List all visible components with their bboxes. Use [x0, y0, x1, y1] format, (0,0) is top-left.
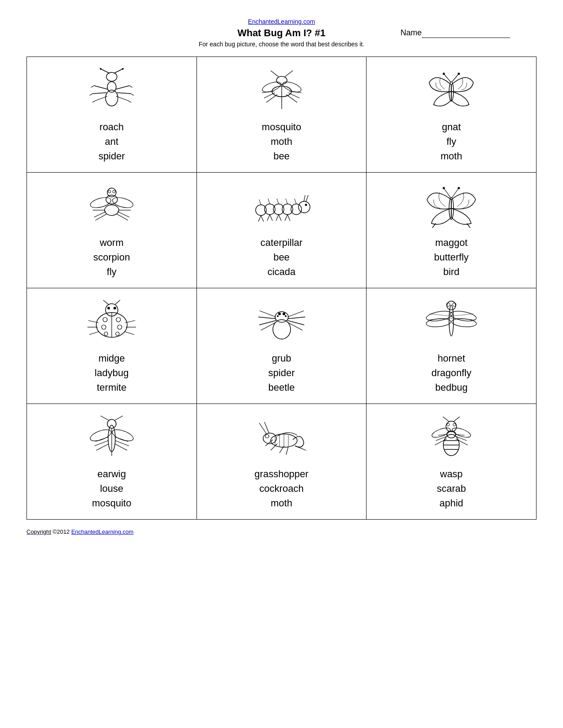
svg-line-287 — [451, 314, 473, 316]
choice-option: moth — [254, 496, 308, 510]
svg-point-308 — [265, 434, 269, 438]
choice-option: gnat — [441, 120, 462, 134]
svg-line-274 — [287, 317, 305, 319]
site-link[interactable]: EnchantedLearning.com — [248, 18, 315, 25]
grid-cell-0-2: gnatflymoth — [367, 57, 536, 172]
choice-option: ladybug — [94, 366, 128, 380]
bug-image-caterpillar — [251, 181, 313, 230]
svg-point-248 — [104, 332, 108, 336]
bug-image-spider — [251, 297, 313, 346]
svg-point-208 — [113, 190, 115, 193]
grid-cell-2-1: grubspiderbeetle — [197, 288, 367, 404]
svg-line-232 — [285, 215, 287, 221]
bug-image-mosquito2 — [81, 413, 143, 461]
svg-line-178 — [117, 93, 131, 94]
svg-line-324 — [443, 417, 449, 422]
svg-line-255 — [103, 300, 109, 305]
name-line[interactable] — [422, 28, 510, 38]
svg-line-182 — [92, 101, 95, 102]
choices-0-1: mosquitomothbee — [262, 120, 301, 163]
svg-line-270 — [258, 317, 276, 319]
svg-point-323 — [453, 423, 456, 426]
svg-point-207 — [108, 190, 111, 193]
svg-line-183 — [129, 86, 132, 87]
choice-option: ant — [98, 134, 125, 149]
svg-line-184 — [131, 94, 134, 95]
svg-line-275 — [287, 321, 304, 325]
svg-point-254 — [113, 307, 116, 309]
svg-line-313 — [295, 446, 306, 450]
grid-row-1: wormscorpionfly caterpillarbeecicada mag… — [27, 173, 536, 288]
svg-line-285 — [429, 314, 451, 316]
choice-option: cicada — [261, 264, 302, 279]
svg-line-276 — [287, 322, 302, 330]
svg-line-241 — [452, 188, 459, 197]
svg-line-235 — [268, 199, 270, 204]
svg-line-329 — [435, 439, 447, 445]
svg-point-290 — [107, 419, 116, 428]
svg-line-175 — [93, 93, 106, 94]
bug-image-mosquito — [251, 66, 313, 114]
svg-line-200 — [444, 74, 450, 82]
choices-1-0: wormscorpionfly — [93, 235, 130, 279]
svg-line-271 — [259, 321, 276, 325]
svg-line-211 — [94, 211, 106, 217]
svg-line-330 — [455, 436, 467, 441]
svg-line-332 — [438, 434, 448, 435]
choices-0-2: gnatflymoth — [441, 120, 462, 163]
choices-2-2: hornetdragonflybedbug — [431, 351, 472, 395]
svg-point-223 — [305, 204, 307, 206]
svg-line-328 — [436, 436, 447, 441]
choice-option: bee — [261, 250, 302, 264]
grid-cell-3-1: grasshoppercockroachmoth — [197, 404, 367, 519]
svg-line-190 — [285, 71, 293, 77]
grid-cell-1-2: maggotbutterflybird — [367, 173, 536, 288]
svg-point-242 — [443, 187, 445, 189]
svg-line-315 — [286, 446, 288, 455]
svg-line-236 — [277, 199, 279, 204]
choice-option: maggot — [434, 235, 469, 250]
grid-row-0: roachantspider mosquitomothbee gnatflymo… — [27, 57, 536, 173]
svg-line-228 — [267, 215, 270, 221]
bug-image-butterfly — [420, 66, 482, 114]
svg-point-187 — [276, 76, 287, 84]
choice-option: aphid — [437, 496, 466, 510]
svg-point-247 — [102, 325, 106, 329]
choices-3-0: earwiglousemosquito — [92, 467, 131, 510]
choices-2-1: grubspiderbeetle — [268, 351, 295, 395]
svg-line-240 — [444, 188, 450, 197]
svg-point-250 — [117, 325, 122, 329]
choice-option: caterpillar — [261, 235, 302, 250]
choice-option: hornet — [431, 351, 472, 366]
choices-2-0: midgeladybugtermite — [94, 351, 128, 395]
grid-cell-1-1: caterpillarbeecicada — [197, 173, 367, 288]
svg-line-301 — [115, 444, 127, 450]
choices-3-2: waspscarabaphid — [437, 467, 466, 510]
svg-line-298 — [96, 444, 108, 450]
svg-point-203 — [458, 72, 460, 75]
footer-site-link[interactable]: EnchantedLearning.com — [71, 528, 133, 535]
choice-option: grasshopper — [254, 467, 308, 481]
copyright-link[interactable]: Copyright — [26, 528, 51, 535]
svg-point-172 — [100, 68, 102, 70]
svg-line-226 — [258, 215, 261, 222]
choice-option: earwig — [92, 467, 131, 481]
svg-line-333 — [455, 434, 465, 435]
svg-point-266 — [283, 313, 285, 315]
svg-line-230 — [276, 215, 279, 221]
choice-option: bedbug — [431, 380, 472, 395]
svg-point-169 — [106, 72, 117, 81]
svg-line-170 — [101, 69, 110, 73]
svg-point-209 — [89, 196, 112, 210]
choice-option: mosquito — [262, 120, 301, 134]
choice-option: wasp — [437, 467, 466, 481]
svg-point-267 — [277, 315, 279, 317]
svg-line-194 — [266, 94, 277, 102]
svg-line-331 — [456, 439, 468, 445]
svg-line-238 — [295, 199, 296, 204]
choice-option: termite — [94, 380, 128, 395]
svg-line-213 — [117, 211, 129, 217]
svg-line-269 — [260, 311, 276, 317]
svg-line-273 — [287, 311, 304, 317]
svg-line-180 — [91, 86, 94, 87]
